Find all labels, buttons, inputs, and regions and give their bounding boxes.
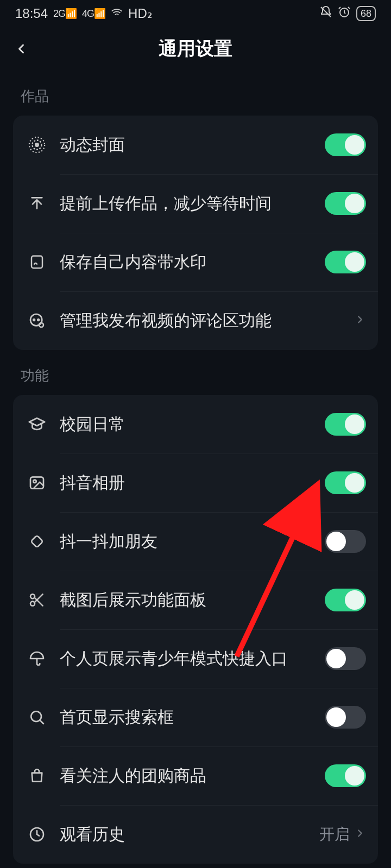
umbrella-icon bbox=[25, 650, 49, 667]
svg-point-7 bbox=[37, 319, 39, 321]
toggle-group-buy[interactable] bbox=[325, 764, 366, 787]
row-label: 动态封面 bbox=[49, 134, 325, 156]
row-watermark[interactable]: 保存自己内容带水印 bbox=[13, 233, 378, 291]
row-label: 抖音相册 bbox=[49, 472, 325, 494]
status-time: 18:54 bbox=[15, 6, 48, 21]
signal-1: 2G📶 bbox=[53, 8, 77, 20]
chevron-right-icon bbox=[354, 314, 366, 328]
svg-rect-4 bbox=[31, 256, 42, 269]
mute-icon bbox=[319, 5, 332, 22]
svg-point-6 bbox=[33, 319, 35, 321]
svg-point-8 bbox=[39, 323, 43, 327]
row-label: 抖一抖加朋友 bbox=[49, 531, 325, 553]
toggle-preupload[interactable] bbox=[325, 192, 366, 215]
row-screenshot-panel[interactable]: 截图后展示功能面板 bbox=[13, 571, 378, 629]
svg-point-1 bbox=[35, 143, 39, 146]
comment-gear-icon bbox=[25, 312, 49, 329]
toggle-shake-friend[interactable] bbox=[325, 530, 366, 553]
scissors-icon bbox=[25, 591, 49, 609]
upload-icon bbox=[25, 195, 49, 212]
image-icon bbox=[25, 474, 49, 492]
row-douyin-album[interactable]: 抖音相册 bbox=[13, 454, 378, 512]
row-group-buy[interactable]: 看关注人的团购商品 bbox=[13, 746, 378, 805]
row-preupload[interactable]: 提前上传作品，减少等待时间 bbox=[13, 174, 378, 233]
wifi-icon bbox=[111, 7, 123, 21]
svg-line-17 bbox=[40, 720, 43, 724]
row-label: 保存自己内容带水印 bbox=[49, 251, 325, 273]
row-campus-daily[interactable]: 校园日常 bbox=[13, 395, 378, 454]
search-icon bbox=[25, 709, 49, 726]
row-manage-comments[interactable]: 管理我发布视频的评论区功能 bbox=[13, 291, 378, 350]
section-card-works: 动态封面 提前上传作品，减少等待时间 保存自己内容带水印 管理我发布视频的评论区… bbox=[13, 116, 378, 350]
row-label: 看关注人的团购商品 bbox=[49, 765, 325, 787]
row-label: 提前上传作品，减少等待时间 bbox=[49, 193, 325, 215]
row-label: 校园日常 bbox=[49, 413, 325, 436]
chevron-right-icon bbox=[354, 827, 366, 841]
toggle-teen-mode-shortcut[interactable] bbox=[325, 647, 366, 670]
row-teen-mode-shortcut[interactable]: 个人页展示青少年模式快捷入口 bbox=[13, 629, 378, 688]
row-value: 开启 bbox=[319, 824, 354, 845]
hd-indicator: HD₂ bbox=[128, 6, 153, 21]
signal-2: 4G📶 bbox=[82, 8, 105, 20]
svg-point-5 bbox=[30, 314, 42, 326]
status-bar: 18:54 2G📶 4G📶 HD₂ 68 bbox=[0, 0, 391, 27]
row-label: 管理我发布视频的评论区功能 bbox=[49, 310, 354, 332]
toggle-home-search[interactable] bbox=[325, 706, 366, 729]
row-home-search[interactable]: 首页显示搜索框 bbox=[13, 688, 378, 746]
header: 通用设置 bbox=[0, 27, 391, 71]
toggle-douyin-album[interactable] bbox=[325, 471, 366, 494]
toggle-dynamic-cover[interactable] bbox=[325, 133, 366, 156]
section-title-features: 功能 bbox=[0, 350, 391, 395]
toggle-campus-daily[interactable] bbox=[325, 413, 366, 436]
row-shake-friend[interactable]: 抖一抖加朋友 bbox=[13, 512, 378, 571]
row-dynamic-cover[interactable]: 动态封面 bbox=[13, 116, 378, 174]
graduation-icon bbox=[25, 415, 49, 433]
section-title-works: 作品 bbox=[0, 71, 391, 116]
rotate-icon bbox=[25, 533, 49, 550]
row-label: 截图后展示功能面板 bbox=[49, 589, 325, 611]
clock-icon bbox=[25, 826, 49, 843]
svg-rect-11 bbox=[31, 535, 43, 548]
section-card-features: 校园日常 抖音相册 抖一抖加朋友 截图后展示功能面板 个人页展示青少年模式快捷入… bbox=[13, 395, 378, 864]
photo-icon bbox=[25, 254, 49, 270]
bag-icon bbox=[25, 767, 49, 784]
row-label: 首页显示搜索框 bbox=[49, 706, 325, 729]
svg-point-10 bbox=[33, 480, 36, 483]
alarm-icon bbox=[338, 5, 351, 22]
target-icon bbox=[25, 136, 49, 154]
row-label: 观看历史 bbox=[49, 824, 319, 846]
row-label: 个人页展示青少年模式快捷入口 bbox=[49, 648, 325, 670]
row-watch-history[interactable]: 观看历史 开启 bbox=[13, 805, 378, 864]
toggle-watermark[interactable] bbox=[325, 251, 366, 273]
toggle-screenshot-panel[interactable] bbox=[325, 589, 366, 611]
back-button[interactable] bbox=[8, 35, 35, 62]
page-title: 通用设置 bbox=[0, 36, 391, 61]
battery-indicator: 68 bbox=[356, 6, 376, 21]
